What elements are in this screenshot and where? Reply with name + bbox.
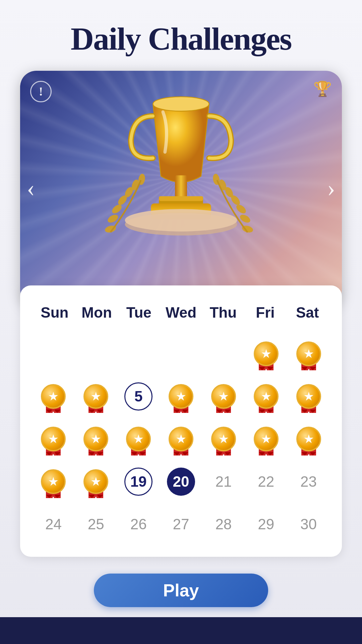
- cal-cell-r0-c5[interactable]: ★: [246, 334, 286, 373]
- medal-badge[interactable]: ★: [123, 424, 154, 454]
- cal-cell-r1-c6[interactable]: ★: [289, 377, 328, 416]
- cal-cell-r1-c1[interactable]: ★: [76, 377, 116, 416]
- day-label-sun: Sun: [34, 299, 76, 326]
- cal-cell-r0-c1: [76, 334, 116, 373]
- cal-cell-r4-c2: 26: [119, 505, 159, 543]
- medal-badge[interactable]: ★: [294, 424, 324, 454]
- medal-badge[interactable]: ★: [208, 381, 239, 412]
- medal-circle: ★: [41, 469, 66, 494]
- medal-badge[interactable]: ★: [251, 339, 281, 369]
- medal-circle: ★: [83, 427, 108, 451]
- cal-cell-r1-c5[interactable]: ★: [246, 377, 286, 416]
- day-label-mon: Mon: [76, 299, 118, 326]
- medal-circle: ★: [211, 427, 236, 451]
- trophy-image: [101, 96, 261, 280]
- medal-star: ★: [176, 389, 186, 404]
- medal-badge[interactable]: ★: [81, 424, 111, 454]
- page-title: Daily Challenges: [71, 20, 292, 57]
- cal-cell-r3-c6: 23: [289, 462, 328, 501]
- medal-badge[interactable]: ★: [38, 424, 68, 454]
- medal-circle: ★: [83, 384, 108, 409]
- day-label-sat: Sat: [286, 299, 328, 326]
- day-label-tue: Tue: [118, 299, 160, 326]
- cal-cell-r4-c6: 30: [289, 505, 328, 543]
- medal-badge[interactable]: ★: [166, 381, 196, 412]
- cal-cell-r2-c5[interactable]: ★: [246, 420, 286, 458]
- cal-cell-r2-c6[interactable]: ★: [289, 420, 328, 458]
- cal-number: 27: [173, 516, 189, 533]
- medal-star: ★: [303, 389, 314, 404]
- cal-cell-r2-c3[interactable]: ★: [161, 420, 201, 458]
- cal-cell-r4-c1: 25: [76, 505, 116, 543]
- cal-cell-r1-c2[interactable]: 5: [119, 377, 159, 416]
- medal-star: ★: [303, 347, 314, 361]
- medal-circle: ★: [254, 427, 279, 451]
- page-background: Daily Challenges ! 🏆 ‹ ›: [0, 0, 362, 644]
- svg-point-20: [125, 209, 237, 231]
- trophy-small-icon: 🏆: [313, 80, 332, 98]
- medal-star: ★: [90, 389, 101, 404]
- cal-cell-r1-c0[interactable]: ★: [34, 377, 73, 416]
- calendar-card: Sun Mon Tue Wed Thu Fri Sat ★: [20, 285, 342, 557]
- cal-cell-r3-c2[interactable]: 19: [119, 462, 159, 501]
- cal-cell-r3-c0[interactable]: ★: [34, 462, 73, 501]
- play-button[interactable]: Play: [94, 574, 268, 607]
- medal-circle: ★: [83, 469, 108, 494]
- cal-cell-r3-c1[interactable]: ★: [76, 462, 116, 501]
- cal-cell-r4-c5: 29: [246, 505, 286, 543]
- info-button[interactable]: !: [30, 81, 52, 102]
- svg-rect-15: [175, 175, 187, 198]
- medal-badge[interactable]: ★: [166, 424, 196, 454]
- cal-cell-r2-c1[interactable]: ★: [76, 420, 116, 458]
- calendar-header: Sun Mon Tue Wed Thu Fri Sat: [34, 299, 328, 326]
- cal-empty: [39, 340, 67, 368]
- cal-number: 24: [45, 516, 62, 533]
- medal-badge[interactable]: ★: [38, 467, 68, 497]
- medal-badge[interactable]: ★: [81, 467, 111, 497]
- medal-star: ★: [261, 432, 272, 446]
- medal-star: ★: [90, 432, 101, 446]
- medal-star: ★: [218, 389, 229, 404]
- medal-circle: ★: [296, 427, 321, 451]
- medal-badge[interactable]: ★: [208, 424, 239, 454]
- medal-star: ★: [218, 432, 229, 446]
- medal-circle: ★: [169, 427, 193, 451]
- today-circle[interactable]: 20: [167, 468, 195, 496]
- medal-star: ★: [133, 432, 144, 446]
- medal-star: ★: [303, 432, 314, 446]
- medal-star: ★: [48, 432, 59, 446]
- svg-rect-17: [159, 196, 203, 201]
- cal-cell-r2-c4[interactable]: ★: [203, 420, 243, 458]
- calendar-grid: ★ ★: [34, 334, 328, 543]
- nav-right-arrow[interactable]: ›: [327, 174, 335, 202]
- cal-number: 22: [258, 473, 274, 490]
- cal-cell-r0-c6[interactable]: ★: [289, 334, 328, 373]
- cal-cell-r3-c3[interactable]: 20: [161, 462, 201, 501]
- medal-circle: ★: [296, 384, 321, 409]
- cal-empty: [209, 340, 238, 368]
- cal-cell-r1-c4[interactable]: ★: [203, 377, 243, 416]
- nav-left-arrow[interactable]: ‹: [27, 174, 35, 202]
- medal-circle: ★: [126, 427, 151, 451]
- cal-cell-r4-c0: 24: [34, 505, 73, 543]
- outline-circle[interactable]: 5: [124, 382, 153, 411]
- cal-cell-r1-c3[interactable]: ★: [161, 377, 201, 416]
- outline-circle[interactable]: 19: [124, 468, 153, 496]
- cal-cell-r2-c0[interactable]: ★: [34, 420, 73, 458]
- medal-badge[interactable]: ★: [81, 381, 111, 412]
- cal-number: 28: [215, 516, 232, 533]
- cal-cell-r4-c4: 28: [203, 505, 243, 543]
- medal-circle: ★: [254, 341, 279, 366]
- medal-star: ★: [48, 475, 59, 489]
- cal-number: 30: [300, 516, 317, 533]
- medal-badge[interactable]: ★: [294, 381, 324, 412]
- play-button-wrap: Play: [0, 557, 362, 627]
- medal-badge[interactable]: ★: [251, 381, 281, 412]
- medal-circle: ★: [211, 384, 236, 409]
- medal-badge[interactable]: ★: [38, 381, 68, 412]
- medal-badge[interactable]: ★: [251, 424, 281, 454]
- cal-cell-r2-c2[interactable]: ★: [119, 420, 159, 458]
- medal-badge[interactable]: ★: [294, 339, 324, 369]
- day-label-wed: Wed: [160, 299, 202, 326]
- cal-empty: [82, 340, 110, 368]
